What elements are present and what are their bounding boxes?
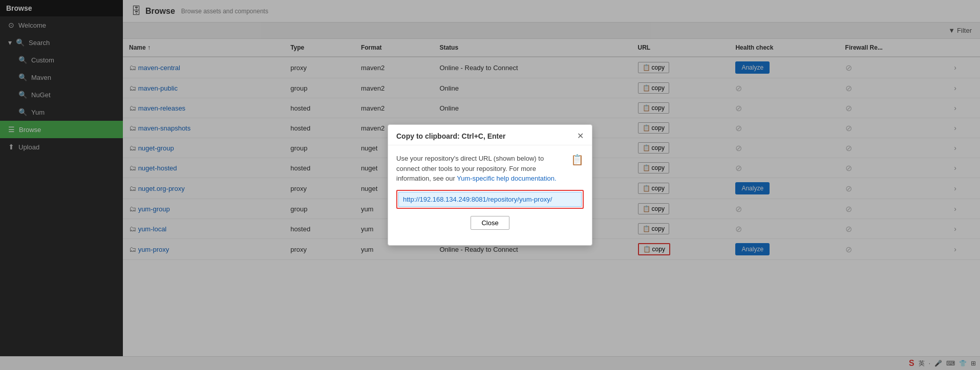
dialog-title: Copy to clipboard: Ctrl+C, Enter [396,132,506,140]
url-input-wrapper [396,190,584,209]
copy-dialog: Copy to clipboard: Ctrl+C, Enter ✕ 📋 Use… [388,124,592,246]
dialog-footer: Close [396,216,584,237]
dialog-help-link[interactable]: Yum-specific help documentation. [457,175,556,182]
dialog-close-button[interactable]: ✕ [577,131,584,141]
dialog-header: Copy to clipboard: Ctrl+C, Enter ✕ [388,125,592,145]
dialog-description: Use your repository's direct URL (shown … [396,154,584,184]
dialog-body: 📋 Use your repository's direct URL (show… [388,145,592,245]
clipboard-icon: 📋 [571,154,584,166]
dialog-overlay: Copy to clipboard: Ctrl+C, Enter ✕ 📋 Use… [0,0,980,370]
url-input[interactable] [398,192,582,207]
dialog-close-btn[interactable]: Close [471,216,509,230]
